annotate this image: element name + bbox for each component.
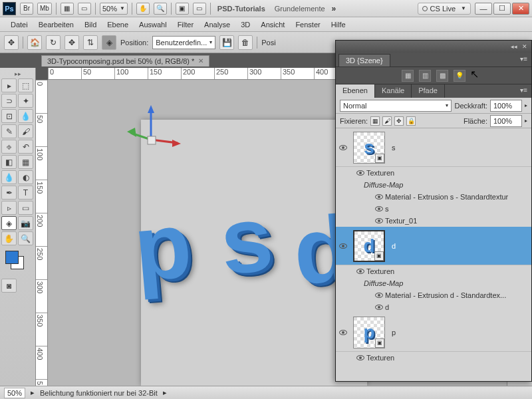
wand-tool[interactable]: ✦ (18, 94, 33, 108)
delete-position-icon[interactable]: 🗑 (238, 35, 253, 50)
bridge-button[interactable]: Br (20, 3, 33, 15)
visibility-icon[interactable] (356, 170, 364, 176)
layer-row[interactable]: s▣ s (336, 128, 531, 167)
maximize-button[interactable]: ☐ (493, 3, 511, 15)
layer-name[interactable]: p (392, 329, 396, 336)
panel-collapse-icon[interactable]: ◂◂ (510, 43, 518, 51)
screenmode-button[interactable]: ▭ (193, 3, 206, 15)
tab-pfade[interactable]: Pfade (412, 84, 445, 98)
menu-ebene[interactable]: Ebene (102, 19, 134, 31)
layers-menu-icon[interactable]: ▾≡ (516, 84, 531, 98)
3d-rotate-icon[interactable]: 🏠 (27, 35, 42, 50)
layers-list[interactable]: s▣ s Texturen Diffuse-Map Material - Ext… (336, 128, 531, 381)
lock-all-icon[interactable]: 🔒 (406, 116, 416, 126)
save-position-icon[interactable]: 💾 (219, 35, 234, 50)
fill-flyout-icon[interactable]: ▸ (525, 118, 527, 124)
layer-name[interactable]: d (392, 242, 396, 250)
tab-kanaele[interactable]: Kanäle (375, 84, 412, 98)
current-tool-icon[interactable]: ✥ (4, 35, 19, 50)
sublayer-s[interactable]: s (336, 203, 531, 215)
layer-thumb[interactable]: d▣ (353, 230, 385, 262)
3d-camera-tool[interactable]: 📷 (18, 216, 33, 230)
workspace-label-2[interactable]: Grundelemente (272, 5, 328, 13)
lock-transparent-icon[interactable]: ▦ (370, 116, 380, 126)
view-extras-button[interactable]: ▦ (61, 3, 74, 15)
sublayer-d[interactable]: d (336, 301, 531, 313)
menu-analyse[interactable]: Analyse (199, 19, 235, 31)
hand-tool-tb[interactable]: ✋ (1, 231, 17, 245)
move-tool[interactable]: ▸ (1, 78, 17, 92)
minimize-button[interactable]: — (475, 3, 492, 15)
3d-roll-icon[interactable]: ↻ (46, 35, 61, 50)
visibility-icon[interactable] (356, 269, 364, 274)
3d-light-filter-icon[interactable]: 💡 (454, 70, 466, 82)
status-arrow-icon[interactable]: ▸ (31, 388, 35, 397)
eyedropper-tool[interactable]: 💧 (18, 109, 33, 123)
panel-close-icon[interactable]: ✕ (521, 43, 529, 51)
pen-tool[interactable]: ✒ (1, 186, 17, 200)
opacity-flyout-icon[interactable]: ▸ (525, 102, 527, 108)
status-arrow2-icon[interactable]: ▸ (163, 388, 167, 397)
3d-scale-icon[interactable]: ◈ (102, 35, 116, 50)
panel-menu-icon[interactable]: ▾≡ (516, 53, 531, 65)
visibility-icon[interactable] (339, 330, 347, 335)
position-dropdown[interactable]: Benutzerdefin...▾ (152, 36, 215, 49)
close-button[interactable]: ✕ (512, 3, 529, 15)
quickmask-tool[interactable]: ◙ (1, 279, 17, 293)
layer-name[interactable]: s (392, 144, 396, 152)
heal-tool[interactable]: ✎ (1, 124, 17, 138)
opacity-input[interactable]: 100% (490, 100, 522, 112)
menu-hilfe[interactable]: Hilfe (326, 19, 351, 31)
lock-position-icon[interactable]: ✥ (394, 116, 404, 126)
visibility-icon[interactable] (375, 206, 383, 211)
shape-tool[interactable]: ▭ (18, 201, 33, 215)
sublayer-diffuse[interactable]: Diffuse-Map (336, 179, 531, 191)
3d-scene-filter-icon[interactable]: ▦ (402, 70, 414, 82)
floating-panel-group[interactable]: ◂◂ ✕ 3D {Szene} ▾≡ ▦ ▥ ▩ 💡 Ebenen Kanäle… (335, 40, 532, 382)
visibility-icon[interactable] (375, 218, 383, 223)
sublayer-material[interactable]: Material - Extrusion d - Standardtex... (336, 289, 531, 301)
zoom-dropdown[interactable]: 50%▼ (100, 3, 128, 15)
cslive-button[interactable]: CS Live▼ (418, 3, 471, 15)
minibridge-button[interactable]: Mb (37, 3, 52, 15)
3d-mesh-filter-icon[interactable]: ▥ (419, 70, 431, 82)
close-tab-icon[interactable]: ✕ (198, 57, 203, 65)
sublayer-textur01[interactable]: Textur_01 (336, 215, 531, 227)
gradient-tool[interactable]: ▦ (18, 155, 33, 169)
layer-row[interactable]: p▣ p (336, 313, 531, 352)
type-tool[interactable]: T (18, 186, 33, 200)
3d-material-filter-icon[interactable]: ▩ (436, 70, 448, 82)
lasso-tool[interactable]: ⊃ (1, 94, 17, 108)
history-brush-tool[interactable]: ↶ (18, 140, 33, 154)
view-guides-button[interactable]: ▭ (78, 3, 91, 15)
visibility-icon[interactable] (375, 194, 383, 200)
3d-object-tool[interactable]: ◈ (1, 216, 17, 230)
document-tab[interactable]: 3D-Typocomposing.psd bei 50% (d, RGB/8) … (41, 55, 209, 66)
blend-mode-dropdown[interactable]: Normal▾ (340, 100, 452, 112)
layer-row-selected[interactable]: d▣ d (336, 227, 531, 265)
foreground-color[interactable] (5, 251, 19, 264)
menu-ansicht[interactable]: Ansicht (255, 19, 290, 31)
stamp-tool[interactable]: ⎆ (1, 140, 17, 154)
blur-tool[interactable]: 💧 (1, 170, 17, 184)
sublayer-diffuse[interactable]: Diffuse-Map (336, 277, 531, 289)
menu-auswahl[interactable]: Auswahl (134, 19, 172, 31)
lock-pixels-icon[interactable]: 🖌 (382, 116, 392, 126)
brush-tool[interactable]: 🖌 (18, 124, 33, 138)
visibility-icon[interactable] (339, 243, 347, 249)
layer-thumb[interactable]: p▣ (353, 317, 385, 348)
workspace-label-1[interactable]: PSD-Tutorials (215, 5, 268, 13)
workspace-chevron-icon[interactable]: » (332, 4, 336, 13)
layer-thumb[interactable]: s▣ (353, 132, 385, 164)
menu-bild[interactable]: Bild (79, 19, 102, 31)
sublayer-material[interactable]: Material - Extrusion s - Standardtextur (336, 191, 531, 203)
crop-tool[interactable]: ⊡ (1, 109, 17, 123)
menu-3d[interactable]: 3D (235, 19, 255, 31)
path-tool[interactable]: ▹ (1, 201, 17, 215)
sublayer-texturen[interactable]: Texturen (336, 352, 531, 364)
hand-tool-button[interactable]: ✋ (136, 3, 150, 15)
zoom-tool-button[interactable]: 🔍 (154, 3, 167, 15)
visibility-icon[interactable] (375, 293, 383, 298)
dodge-tool[interactable]: ◐ (18, 170, 33, 184)
status-zoom[interactable]: 50% (4, 388, 25, 398)
